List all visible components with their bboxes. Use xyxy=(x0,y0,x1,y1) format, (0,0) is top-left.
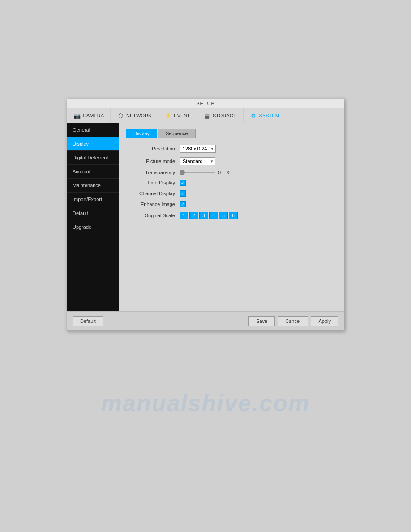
scale-btn-3[interactable]: 3 xyxy=(199,212,208,219)
scale-btn-6[interactable]: 6 xyxy=(229,212,238,219)
nav-label-network: NETWORK xyxy=(126,113,151,118)
time-display-control: ✓ xyxy=(180,180,186,186)
picture-mode-select-wrapper[interactable]: Standard Vivid Soft xyxy=(180,157,215,165)
tab-row: Display Sequence xyxy=(126,129,337,138)
transparency-value: 0 xyxy=(218,170,224,175)
resolution-label: Resolution xyxy=(126,146,175,151)
sidebar: General Display Digital Deterrent Accoun… xyxy=(67,123,119,311)
resolution-row: Resolution 1280x1024 1920x1080 1024x768 xyxy=(126,145,337,153)
channel-display-label: Channel Display xyxy=(126,191,175,196)
footer-bar: Default Save Cancel Apply xyxy=(67,311,344,330)
content-area: General Display Digital Deterrent Accoun… xyxy=(67,123,344,311)
storage-icon: ▤ xyxy=(203,112,210,119)
original-scale-row: Original Scale 1 2 3 4 5 6 xyxy=(126,212,337,219)
time-display-label: Time Display xyxy=(126,180,175,185)
main-panel: Display Sequence Resolution 1280x1024 19… xyxy=(119,123,344,311)
network-icon: ⬡ xyxy=(117,112,124,119)
time-display-row: Time Display ✓ xyxy=(126,180,337,186)
channel-display-control: ✓ xyxy=(180,190,186,197)
picture-mode-label: Picture mode xyxy=(126,159,175,164)
enhance-image-checkbox[interactable]: ✓ xyxy=(180,201,186,207)
sidebar-item-upgrade[interactable]: Upgrade xyxy=(67,220,119,234)
scale-btn-1[interactable]: 1 xyxy=(180,212,188,219)
sidebar-item-maintenance[interactable]: Maintenance xyxy=(67,179,119,193)
picture-mode-row: Picture mode Standard Vivid Soft xyxy=(126,157,337,165)
original-scale-label: Original Scale xyxy=(126,213,175,218)
channel-display-row: Channel Display ✓ xyxy=(126,190,337,197)
original-scale-buttons: 1 2 3 4 5 6 xyxy=(180,212,238,219)
enhance-image-label: Enhance Image xyxy=(126,202,175,207)
time-display-checkbox[interactable]: ✓ xyxy=(180,180,186,186)
scale-btn-2[interactable]: 2 xyxy=(189,212,198,219)
tab-display[interactable]: Display xyxy=(126,129,157,138)
transparency-row: Transparency 0 % xyxy=(126,170,337,175)
sidebar-item-general[interactable]: General xyxy=(67,123,119,137)
sidebar-item-display[interactable]: Display xyxy=(67,137,119,151)
setup-window: SETUP 📷 CAMERA ⬡ NETWORK ⚡ EVENT ▤ STORA… xyxy=(67,99,344,331)
transparency-slider[interactable] xyxy=(180,172,215,173)
resolution-select[interactable]: 1280x1024 1920x1080 1024x768 xyxy=(180,145,216,153)
event-icon: ⚡ xyxy=(164,112,171,119)
nav-item-network[interactable]: ⬡ NETWORK xyxy=(111,108,158,123)
scale-btn-4[interactable]: 4 xyxy=(209,212,218,219)
sidebar-item-default[interactable]: Default xyxy=(67,206,119,220)
nav-label-event: EVENT xyxy=(174,113,190,118)
save-button[interactable]: Save xyxy=(248,316,275,326)
nav-label-system: SYSTEM xyxy=(259,113,279,118)
footer-right: Save Cancel Apply xyxy=(248,316,338,326)
apply-button[interactable]: Apply xyxy=(311,316,338,326)
transparency-unit: % xyxy=(227,170,231,175)
enhance-image-control: ✓ xyxy=(180,201,186,207)
system-icon: ⚙ xyxy=(250,112,257,119)
nav-item-event[interactable]: ⚡ EVENT xyxy=(158,108,197,123)
channel-display-checkbox[interactable]: ✓ xyxy=(180,190,186,197)
camera-icon: 📷 xyxy=(73,112,81,119)
nav-bar: 📷 CAMERA ⬡ NETWORK ⚡ EVENT ▤ STORAGE ⚙ S… xyxy=(67,108,344,123)
setup-title: SETUP xyxy=(67,99,344,108)
picture-mode-control: Standard Vivid Soft xyxy=(180,157,215,165)
scale-btn-5[interactable]: 5 xyxy=(219,212,228,219)
transparency-control: 0 % xyxy=(180,170,231,175)
sidebar-item-account[interactable]: Account xyxy=(67,165,119,179)
nav-item-camera[interactable]: 📷 CAMERA xyxy=(67,108,111,123)
default-button[interactable]: Default xyxy=(73,316,103,326)
nav-label-camera: CAMERA xyxy=(83,113,104,118)
resolution-select-wrapper[interactable]: 1280x1024 1920x1080 1024x768 xyxy=(180,145,216,153)
nav-item-storage[interactable]: ▤ STORAGE xyxy=(197,108,244,123)
sidebar-item-digital-deterrent[interactable]: Digital Deterrent xyxy=(67,151,119,165)
tab-sequence[interactable]: Sequence xyxy=(158,129,196,138)
sidebar-item-import-export[interactable]: Import/Export xyxy=(67,193,119,206)
watermark: manualshive.com xyxy=(101,390,310,416)
nav-label-storage: STORAGE xyxy=(213,113,237,118)
cancel-button[interactable]: Cancel xyxy=(278,316,308,326)
resolution-control: 1280x1024 1920x1080 1024x768 xyxy=(180,145,216,153)
enhance-image-row: Enhance Image ✓ xyxy=(126,201,337,207)
transparency-label: Transparency xyxy=(126,170,175,175)
picture-mode-select[interactable]: Standard Vivid Soft xyxy=(180,157,215,165)
nav-item-system[interactable]: ⚙ SYSTEM xyxy=(244,108,286,123)
